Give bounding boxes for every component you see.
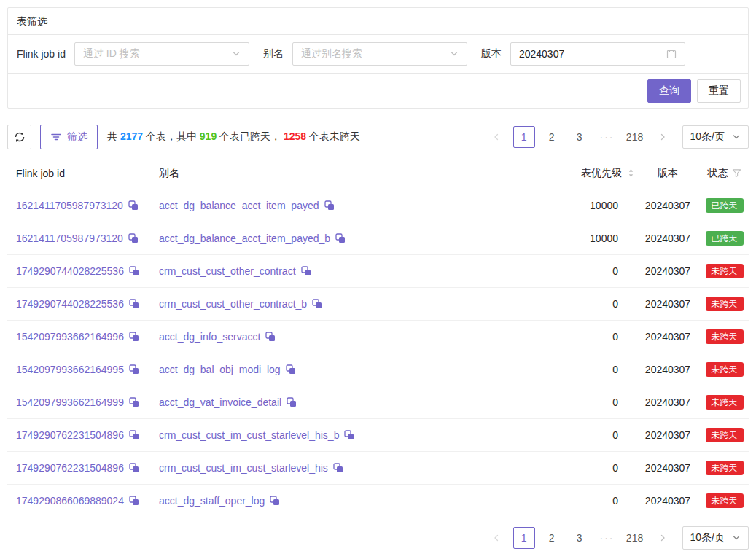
copy-icon[interactable]	[312, 299, 322, 309]
alias-link[interactable]: acct_dg_bal_obj_modi_log	[159, 364, 281, 375]
header-priority-sortable[interactable]: 表优先级	[483, 167, 636, 180]
prev-page-button[interactable]	[486, 126, 507, 148]
reset-button[interactable]: 重置	[697, 79, 741, 103]
priority-value: 10000	[483, 232, 636, 244]
page-3-button[interactable]: 3	[569, 126, 591, 148]
flink-job-id-link[interactable]: 1749290762231504896	[16, 429, 124, 441]
flink-job-id-link[interactable]: 1749290762231504896	[16, 462, 124, 474]
version-value: 20240307	[636, 396, 700, 408]
copy-icon[interactable]	[287, 397, 297, 407]
status-badge: 未跨天	[706, 329, 744, 344]
copy-icon[interactable]	[129, 463, 139, 473]
alias-link[interactable]: crm_cust_cust_im_cust_starlevel_his_b	[159, 429, 339, 441]
copy-icon[interactable]	[129, 364, 139, 375]
copy-icon[interactable]	[333, 463, 343, 473]
chevron-down-icon	[732, 133, 741, 141]
priority-value: 0	[483, 429, 636, 441]
alias-placeholder: 通过别名搜索	[301, 47, 362, 60]
summary-text: 共	[107, 130, 120, 142]
copy-icon[interactable]	[129, 266, 139, 276]
flink-job-id-link[interactable]: 1542097993662164999	[16, 396, 124, 408]
page-size-select[interactable]: 10条/页	[682, 526, 749, 550]
copy-icon[interactable]	[129, 397, 139, 407]
page-3-button[interactable]: 3	[569, 527, 591, 549]
top-pagination: 1 2 3 ··· 218 10条/页	[486, 125, 749, 149]
alias-link[interactable]: crm_cust_cust_im_cust_starlevel_his	[159, 462, 328, 474]
funnel-filter-icon[interactable]	[732, 168, 741, 178]
alias-link[interactable]: crm_cust_cust_other_contract_b	[159, 298, 307, 310]
page-2-button[interactable]: 2	[541, 126, 563, 148]
header-version: 版本	[636, 167, 700, 180]
copy-icon[interactable]	[270, 496, 280, 506]
flink-job-id-link[interactable]: 1621411705987973120	[16, 200, 123, 211]
page-1-button[interactable]: 1	[513, 126, 535, 148]
version-value: 20240307	[636, 429, 700, 441]
header-alias: 别名	[159, 167, 483, 180]
version-value: 20240307	[636, 495, 700, 507]
alias-link[interactable]: acct_dg_staff_oper_log	[159, 495, 265, 507]
flink-job-id-label: Flink job id	[17, 48, 66, 60]
header-priority-label: 表优先级	[581, 167, 622, 180]
copy-icon[interactable]	[286, 364, 296, 375]
flink-job-id-link[interactable]: 1749290744028225536	[16, 265, 124, 277]
page-last-button[interactable]: 218	[624, 527, 646, 549]
bottom-pagination: 1 2 3 ··· 218 10条/页	[486, 526, 749, 550]
flink-job-id-link[interactable]: 1542097993662164996	[16, 331, 124, 343]
alias-label: 别名	[263, 47, 284, 60]
flink-job-id-link[interactable]: 1749290744028225536	[16, 298, 124, 310]
filter-panel-title: 表筛选	[8, 8, 748, 35]
alias-link[interactable]: acct_dg_info_servacct	[159, 331, 260, 343]
priority-value: 0	[483, 331, 636, 343]
copy-icon[interactable]	[129, 299, 139, 309]
flink-job-id-link[interactable]: 1621411705987973120	[16, 232, 123, 244]
version-value: 20240307	[636, 462, 700, 474]
filter-button[interactable]: 筛选	[40, 125, 98, 149]
chevron-down-icon	[450, 50, 459, 58]
page-ellipsis[interactable]: ···	[596, 527, 618, 549]
status-badge: 已跨天	[706, 198, 744, 213]
alias-link[interactable]: acct_dg_balance_acct_item_payed	[159, 200, 319, 211]
alias-select[interactable]: 通过别名搜索	[292, 42, 467, 66]
copy-icon[interactable]	[335, 233, 346, 243]
page-1-button[interactable]: 1	[513, 527, 535, 549]
alias-link[interactable]: acct_dg_balance_acct_item_payed_b	[159, 232, 330, 244]
sorter-icon[interactable]	[628, 168, 634, 179]
flink-job-id-link[interactable]: 1749290866069889024	[16, 495, 124, 507]
table-row: 1749290762231504896 crm_cust_cust_im_cus…	[7, 452, 749, 485]
next-page-button[interactable]	[652, 126, 674, 148]
page-size-select[interactable]: 10条/页	[682, 125, 749, 149]
summary-text: 个表未跨天	[306, 130, 360, 142]
flink-job-id-link[interactable]: 1542097993662164995	[16, 364, 124, 375]
copy-icon[interactable]	[129, 430, 139, 440]
version-value: 20240307	[636, 331, 700, 343]
copy-icon[interactable]	[128, 200, 139, 211]
header-flink-job-id: Flink job id	[7, 168, 159, 179]
priority-value: 0	[483, 396, 636, 408]
copy-icon[interactable]	[129, 332, 139, 342]
version-label: 版本	[481, 47, 502, 60]
priority-value: 0	[483, 495, 636, 507]
flink-job-id-select[interactable]: 通过 ID 搜索	[74, 42, 249, 66]
page-2-button[interactable]: 2	[541, 527, 563, 549]
copy-icon[interactable]	[301, 266, 311, 276]
page-last-button[interactable]: 218	[624, 126, 646, 148]
refresh-icon	[14, 131, 26, 143]
copy-icon[interactable]	[324, 200, 335, 211]
copy-icon[interactable]	[129, 496, 139, 506]
page-size-value: 10条/页	[690, 531, 725, 544]
copy-icon[interactable]	[265, 332, 276, 342]
status-badge: 未跨天	[706, 362, 744, 377]
filter-lines-icon	[50, 131, 62, 143]
priority-value: 0	[483, 462, 636, 474]
next-page-button[interactable]	[652, 527, 674, 549]
alias-link[interactable]: acct_dg_vat_invoice_detail	[159, 396, 281, 408]
refresh-button[interactable]	[7, 125, 31, 149]
prev-page-button[interactable]	[486, 527, 507, 549]
query-button[interactable]: 查询	[647, 79, 691, 103]
version-date-input[interactable]: 20240307	[510, 42, 685, 66]
copy-icon[interactable]	[344, 430, 354, 440]
summary-uncrossed-count: 1258	[284, 130, 306, 142]
copy-icon[interactable]	[128, 233, 139, 243]
page-ellipsis[interactable]: ···	[596, 126, 618, 148]
alias-link[interactable]: crm_cust_cust_other_contract	[159, 265, 296, 277]
